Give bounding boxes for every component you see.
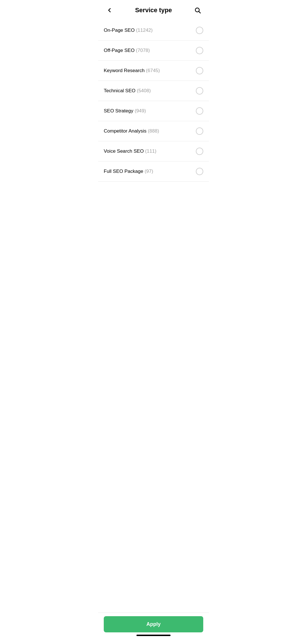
list-item-label: Competitor Analysis (888) [104, 128, 159, 134]
list-item[interactable]: Keyword Research (6745) [98, 61, 209, 81]
list-item-count: (5408) [137, 88, 151, 93]
radio-button[interactable] [196, 148, 203, 155]
header: Service type [98, 0, 209, 20]
list-item-count: (7078) [136, 48, 150, 53]
list-item[interactable]: SEO Strategy (949) [98, 101, 209, 121]
radio-button[interactable] [196, 168, 203, 175]
list-item-count: (11242) [136, 28, 153, 33]
list-item[interactable]: Voice Search SEO (111) [98, 141, 209, 161]
back-arrow-icon [106, 7, 113, 14]
list-item-label: On-Page SEO (11242) [104, 28, 153, 33]
list-item[interactable]: Full SEO Package (97) [98, 161, 209, 182]
list-item-count: (97) [145, 169, 153, 174]
list-item-label: Off-Page SEO (7078) [104, 48, 150, 53]
list-item-label: SEO Strategy (949) [104, 108, 146, 114]
apply-button[interactable]: Apply [104, 616, 203, 632]
list-item-count: (949) [135, 108, 146, 114]
list-item-count: (888) [148, 128, 159, 134]
list-item-label: Technical SEO (5408) [104, 88, 151, 94]
search-icon [194, 7, 201, 14]
radio-button[interactable] [196, 47, 203, 54]
radio-button[interactable] [196, 27, 203, 34]
radio-button[interactable] [196, 67, 203, 74]
radio-button[interactable] [196, 87, 203, 95]
radio-button[interactable] [196, 127, 203, 135]
list-item[interactable]: Competitor Analysis (888) [98, 121, 209, 141]
page-title: Service type [115, 7, 192, 14]
list-item-count: (111) [145, 148, 157, 154]
list-item-label: Full SEO Package (97) [104, 169, 153, 174]
list-item-label: Voice Search SEO (111) [104, 148, 156, 154]
list-item[interactable]: Off-Page SEO (7078) [98, 41, 209, 61]
back-button[interactable] [104, 5, 115, 16]
svg-line-1 [199, 12, 200, 13]
bottom-indicator [136, 635, 171, 636]
list-item[interactable]: Technical SEO (5408) [98, 81, 209, 101]
apply-btn-container: Apply [98, 612, 209, 644]
svg-point-0 [195, 8, 199, 12]
list-item-label: Keyword Research (6745) [104, 68, 160, 74]
list-item-count: (6745) [146, 68, 160, 73]
search-button[interactable] [192, 5, 203, 16]
service-type-list: On-Page SEO (11242)Off-Page SEO (7078)Ke… [98, 20, 209, 210]
list-item[interactable]: On-Page SEO (11242) [98, 20, 209, 41]
radio-button[interactable] [196, 107, 203, 115]
